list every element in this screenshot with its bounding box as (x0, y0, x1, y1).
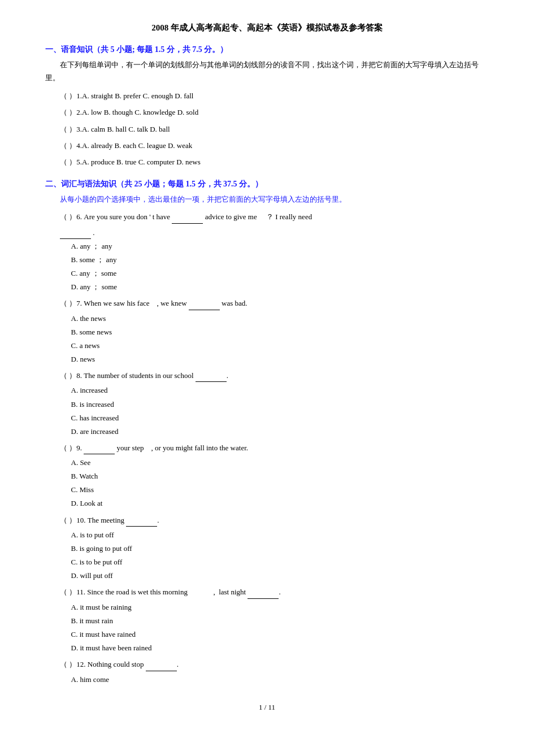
q11-optC: C. it must have rained (71, 628, 489, 641)
q8-blank (196, 373, 227, 382)
q8-optC: C. has increased (71, 412, 489, 424)
q10-optD: D. will put off (71, 570, 489, 582)
q6-optC: C. any ； some (71, 267, 489, 280)
question-7: （ ）7. When we saw his face , we knew was… (45, 297, 489, 366)
q10-text: （ ）10. The meeting . (60, 514, 489, 527)
q11-blank (248, 590, 279, 599)
q9-optC: C. Miss (71, 484, 489, 496)
q11-optB: B. it must rain (71, 615, 489, 627)
q10-optA: A. is to put off (71, 529, 489, 541)
q6-continuation: . (60, 226, 489, 239)
page-title: 2008 年成人高考高起专、高起本《英语》模拟试卷及参考答案 (45, 23, 489, 33)
section2-desc-text: 从每小题的四个选择项中，选出最佳的一项，并把它前面的大写字母填入左边的括号里。 (60, 195, 346, 203)
q8-optB: B. is increased (71, 398, 489, 411)
section1-title: 一、语音知识（共 5 小题; 每题 1.5 分，共 7.5 分。） (45, 45, 489, 55)
q9-optB: B. Watch (71, 470, 489, 483)
q6-optB: B. some ； any (71, 254, 489, 266)
q6-blank1 (172, 215, 203, 224)
q9-text: （ ）9. your step , or you might fall into… (60, 441, 489, 454)
q7-blank (189, 301, 220, 310)
q10-optC: C. is to be put off (71, 556, 489, 568)
q9-optA: A. See (71, 457, 489, 469)
section2-title: 二、词汇与语法知识（共 25 小题；每题 1.5 分，共 37.5 分。） (45, 179, 489, 189)
q8-optA: A. increased (71, 384, 489, 397)
q6-text: （ ）6. Are you sure you don ' t have advi… (60, 210, 489, 223)
q7-optD: D. news (71, 353, 489, 366)
q11-text: （ ）11. Since the road is wet this mornin… (60, 585, 489, 598)
s1-q1: （ ）1.A. straight B. prefer C. enough D. … (60, 89, 489, 102)
q11-optD: D. it must have been rained (71, 642, 489, 654)
q6-optD: D. any ； some (71, 281, 489, 293)
q9-blank (84, 445, 115, 454)
question-11: （ ）11. Since the road is wet this mornin… (45, 585, 489, 654)
question-8: （ ）8. The number of students in our scho… (45, 369, 489, 438)
section2-desc: 从每小题的四个选择项中，选出最佳的一项，并把它前面的大写字母填入左边的括号里。 (45, 193, 489, 206)
q7-optA: A. the news (71, 312, 489, 325)
q6-blank2 (60, 230, 91, 239)
question-12: （ ）12. Nothing could stop . A. him come (45, 658, 489, 685)
q6-optA: A. any ； any (71, 240, 489, 253)
q12-blank (146, 662, 177, 671)
q10-optB: B. is going to put off (71, 542, 489, 555)
s1-q5: （ ）5.A. produce B. true C. computer D. n… (60, 155, 489, 168)
question-10: （ ）10. The meeting . A. is to put off B.… (45, 514, 489, 583)
page-number: 1 / 11 (45, 703, 489, 712)
q8-optD: D. are increased (71, 425, 489, 438)
q9-optD: D. Look at (71, 497, 489, 510)
s1-q4: （ ）4.A. already B. each C. league D. wea… (60, 139, 489, 152)
question-6: （ ）6. Are you sure you don ' t have advi… (45, 210, 489, 293)
q12-text: （ ）12. Nothing could stop . (60, 658, 489, 671)
q11-optA: A. it must be raining (71, 601, 489, 614)
q7-optC: C. a news (71, 340, 489, 352)
q10-blank (126, 518, 157, 527)
q7-text: （ ）7. When we saw his face , we knew was… (60, 297, 489, 310)
section1-desc: 在下列每组单词中，有一个单词的划线部分与其他单词的划线部分的读音不同，找出这个词… (45, 58, 489, 85)
q7-optB: B. some news (71, 326, 489, 338)
q12-optA: A. him come (71, 674, 489, 686)
s1-q3: （ ）3.A. calm B. hall C. talk D. ball (60, 123, 489, 136)
question-9: （ ）9. your step , or you might fall into… (45, 441, 489, 510)
q8-text: （ ）8. The number of students in our scho… (60, 369, 489, 382)
s1-q2: （ ）2.A. low B. though C. knowledge D. so… (60, 106, 489, 119)
